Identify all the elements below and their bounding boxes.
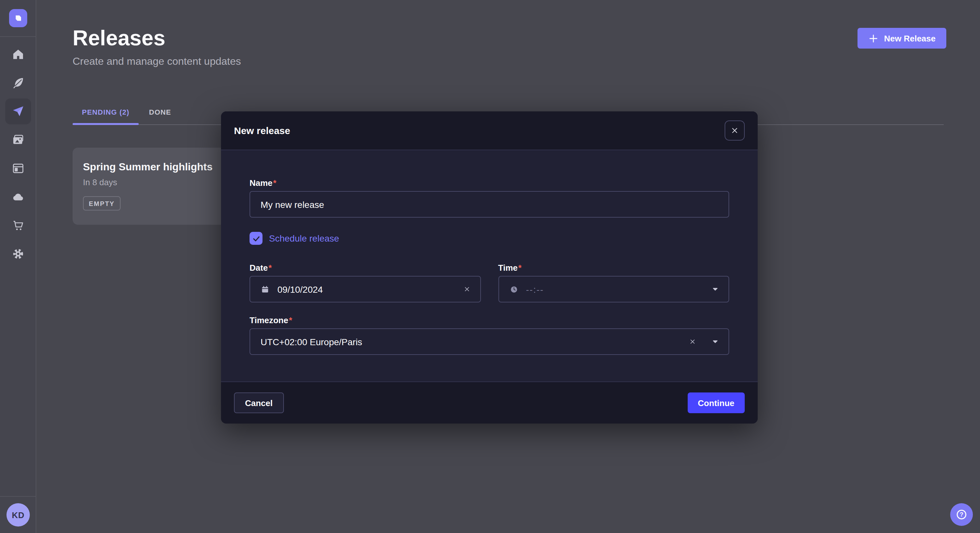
sidebar-item-content-manager[interactable] [5, 155, 31, 181]
time-field-group: Time* --:-- [498, 263, 729, 303]
media-images-icon [12, 133, 25, 146]
time-placeholder: --:-- [526, 284, 544, 294]
sidebar-item-releases[interactable] [5, 98, 31, 124]
release-card-status-badge: EMPTY [83, 196, 121, 211]
svg-text:?: ? [959, 511, 963, 518]
gear-icon [12, 247, 25, 260]
sidebar: KD [0, 0, 36, 533]
timezone-select[interactable]: UTC+02:00 Europe/Paris [250, 328, 729, 355]
name-label-text: Name [250, 178, 272, 188]
app-root: KD Releases Create and manage content up… [0, 0, 980, 533]
timezone-field-group: Timezone* UTC+02:00 Europe/Paris [250, 316, 729, 355]
sidebar-item-content[interactable] [5, 70, 31, 96]
timezone-label: Timezone* [250, 316, 729, 326]
modal-footer: Cancel Continue [221, 381, 758, 424]
feather-icon [12, 76, 25, 89]
paper-plane-icon [12, 105, 25, 118]
date-picker[interactable]: 09/10/2024 [250, 276, 480, 303]
sidebar-item-marketplace[interactable] [5, 213, 31, 238]
checkmark-icon [252, 234, 260, 243]
required-asterisk: * [273, 178, 277, 188]
page-subtitle: Create and manage content updates [73, 56, 241, 67]
time-label: Time* [498, 263, 729, 273]
date-time-row: Date* 09/10/2024 [250, 263, 729, 303]
clear-icon[interactable] [688, 338, 697, 346]
sidebar-divider-top [0, 36, 36, 37]
avatar[interactable]: KD [6, 503, 30, 527]
sidebar-item-settings[interactable] [5, 241, 31, 267]
date-value: 09/10/2024 [277, 284, 323, 294]
tab-done[interactable]: DONE [139, 101, 181, 123]
timezone-label-text: Timezone [250, 316, 288, 325]
sidebar-item-deploy[interactable] [5, 184, 31, 210]
time-label-text: Time [498, 263, 517, 273]
schedule-release-checkbox[interactable] [250, 232, 262, 245]
cloud-icon [12, 190, 25, 203]
new-release-button-label: New Release [884, 33, 935, 43]
shopping-cart-icon [12, 219, 25, 232]
required-asterisk: * [268, 263, 272, 273]
sidebar-item-home[interactable] [5, 41, 31, 67]
continue-button[interactable]: Continue [687, 392, 745, 413]
date-label: Date* [250, 263, 480, 273]
active-tab-underline [73, 123, 139, 125]
plus-icon [868, 33, 879, 44]
page-title: Releases [73, 26, 165, 51]
schedule-release-row: Schedule release [250, 232, 729, 245]
new-release-button[interactable]: New Release [858, 28, 946, 49]
required-asterisk: * [289, 316, 292, 325]
home-icon [12, 48, 25, 61]
cancel-button[interactable]: Cancel [234, 392, 283, 413]
help-button[interactable]: ? [950, 503, 973, 526]
sidebar-divider-bottom [0, 496, 36, 497]
time-picker[interactable]: --:-- [498, 276, 729, 303]
calendar-icon [261, 285, 270, 294]
new-release-modal: New release Name* Schedule [221, 111, 758, 424]
sidebar-item-media[interactable] [5, 127, 31, 153]
timezone-value: UTC+02:00 Europe/Paris [261, 336, 362, 347]
clear-icon[interactable] [463, 285, 471, 293]
tab-pending[interactable]: PENDING (2) [73, 101, 139, 123]
chevron-down-icon[interactable] [711, 338, 719, 346]
tab-bar: PENDING (2) DONE [73, 101, 181, 123]
close-button[interactable] [725, 121, 745, 141]
chevron-down-icon[interactable] [711, 285, 719, 293]
modal-body: Name* Schedule release Date* [221, 150, 758, 355]
name-field-group: Name* [250, 178, 729, 217]
modal-header: New release [221, 111, 758, 150]
modal-title: New release [234, 125, 290, 136]
name-input[interactable] [250, 191, 729, 217]
clock-icon [509, 285, 518, 294]
required-asterisk: * [518, 263, 522, 273]
date-field-group: Date* 09/10/2024 [250, 263, 480, 303]
question-mark-icon: ? [955, 508, 968, 521]
close-icon [730, 126, 739, 135]
date-label-text: Date [250, 263, 268, 273]
strapi-logo-icon[interactable] [9, 9, 27, 27]
layout-panel-icon [12, 162, 25, 175]
name-label: Name* [250, 178, 729, 189]
strapi-logo-glyph [12, 12, 24, 24]
schedule-release-label[interactable]: Schedule release [269, 233, 339, 244]
